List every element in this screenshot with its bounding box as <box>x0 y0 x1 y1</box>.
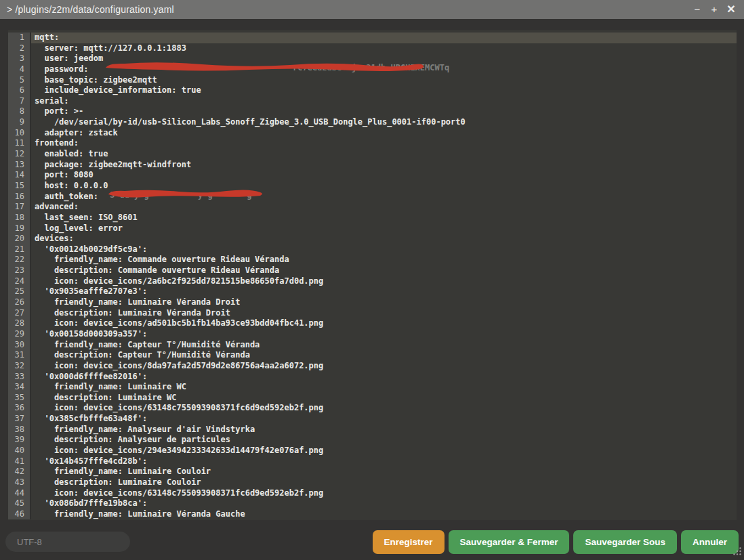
code-line[interactable]: 13 package: zigbee2mqtt-windfront <box>8 160 737 171</box>
code-line[interactable]: 20devices: <box>8 234 737 244</box>
code-line[interactable]: 7serial: <box>8 96 737 107</box>
code-text: icon: device_icons/ad501bc5b1fb14ba93ce9… <box>31 318 737 329</box>
line-number: 29 <box>8 329 31 340</box>
line-number: 16 <box>8 192 31 202</box>
code-line[interactable]: 45 '0x086bd7fffe19b8ca': <box>8 498 737 509</box>
line-number: 15 <box>8 181 31 192</box>
line-number: 34 <box>8 382 31 393</box>
code-editor[interactable]: 1mqtt:2 server: mqtt://127.0.0.1:18833 u… <box>8 30 737 520</box>
code-text: icon: device_icons/294e3494233342633d144… <box>31 446 737 456</box>
code-line[interactable]: 38 friendly_name: Analyseur d'air Vindst… <box>8 425 737 435</box>
code-text: '0x14b457fffe4cd28b': <box>31 456 737 467</box>
maximize-icon[interactable]: + <box>708 2 720 17</box>
save-as-button[interactable]: Sauvegarder Sous <box>573 530 677 554</box>
cancel-button[interactable]: Annuler <box>681 530 739 554</box>
window-controls: − + ✕ <box>691 2 737 17</box>
code-line[interactable]: 25 '0x9035eafffe2707e3': <box>8 286 737 297</box>
encoding-input[interactable] <box>5 532 130 552</box>
code-line[interactable]: 35 description: Luminaire WC <box>8 393 737 404</box>
close-icon[interactable]: ✕ <box>725 2 737 17</box>
code-line[interactable]: 5 base_topic: zigbee2mqtt <box>8 75 737 86</box>
code-line[interactable]: 32 icon: device_icons/8da97afa2d57d9d2e8… <box>8 361 737 372</box>
code-line[interactable]: 34 friendly_name: Luminaire WC <box>8 382 737 393</box>
editor-window: > /plugins/z2m/data/configuration.yaml −… <box>0 0 744 560</box>
code-line[interactable]: 29 '0x00158d000309a357': <box>8 329 737 340</box>
code-line[interactable]: 31 description: Capteur T°/Humidité Véra… <box>8 350 737 361</box>
code-text: server: mqtt://127.0.0.1:1883 <box>31 43 737 54</box>
code-text: port: >- <box>31 106 737 117</box>
line-number: 44 <box>8 488 31 499</box>
redaction-scribble-auth-token <box>104 188 266 199</box>
line-number: 38 <box>8 425 31 435</box>
code-line[interactable]: 21 '0x00124b0029df5c9a': <box>8 244 737 255</box>
code-line[interactable]: 12 enabled: true <box>8 149 737 160</box>
line-number: 20 <box>8 234 31 244</box>
code-line[interactable]: 14 port: 8080 <box>8 170 737 181</box>
code-text: description: Luminaire Véranda Droit <box>31 308 737 319</box>
line-number: 9 <box>8 117 31 128</box>
line-number: 35 <box>8 393 31 404</box>
code-line[interactable]: 42 friendly_name: Luminaire Couloir <box>8 467 737 477</box>
line-number: 18 <box>8 213 31 223</box>
code-line[interactable]: 26 friendly_name: Luminaire Véranda Droi… <box>8 297 737 308</box>
line-number: 41 <box>8 456 31 467</box>
code-text: /dev/serial/by-id/usb-Silicon_Labs_Sonof… <box>31 117 737 128</box>
code-line[interactable]: 33 '0x000d6ffffee82016': <box>8 372 737 383</box>
titlebar: > /plugins/z2m/data/configuration.yaml −… <box>0 0 744 19</box>
save-close-button[interactable]: Sauvegarder & Fermer <box>449 530 570 554</box>
minimize-icon[interactable]: − <box>691 2 703 17</box>
code-line[interactable]: 9 /dev/serial/by-id/usb-Silicon_Labs_Son… <box>8 117 737 128</box>
code-line[interactable]: 23 description: Commande ouverture Ridea… <box>8 265 737 276</box>
code-line[interactable]: 44 icon: device_icons/63148c755093908371… <box>8 488 737 499</box>
code-line[interactable]: 28 icon: device_icons/ad501bc5b1fb14ba93… <box>8 318 737 329</box>
line-number: 46 <box>8 509 31 520</box>
code-text: description: Luminaire WC <box>31 393 737 404</box>
code-line[interactable]: 6 include_device_information: true <box>8 85 737 96</box>
code-text: '0x9035eafffe2707e3': <box>31 286 737 297</box>
line-number: 36 <box>8 403 31 414</box>
code-line[interactable]: 2 server: mqtt://127.0.0.1:1883 <box>8 43 737 54</box>
code-line[interactable]: 19 log_level: error <box>8 223 737 234</box>
code-text: '0x00124b0029df5c9a': <box>31 244 737 255</box>
code-text: description: Commande ouverture Rideau V… <box>31 265 737 276</box>
line-number: 27 <box>8 308 31 319</box>
line-number: 17 <box>8 202 31 213</box>
line-number: 3 <box>8 53 31 64</box>
code-line[interactable]: 18 last_seen: ISO_8601 <box>8 213 737 223</box>
line-number: 4 <box>8 64 31 75</box>
line-number: 40 <box>8 446 31 456</box>
code-text: devices: <box>31 234 737 244</box>
code-text: port: 8080 <box>31 170 737 181</box>
line-number: 39 <box>8 435 31 446</box>
code-line[interactable]: 43 description: Luminaire Couloir <box>8 477 737 488</box>
code-line[interactable]: 46 friendly_name: Luminaire Véranda Gauc… <box>8 509 737 520</box>
line-number: 10 <box>8 128 31 139</box>
code-text: '0x000d6ffffee82016': <box>31 372 737 383</box>
code-line[interactable]: 36 icon: device_icons/63148c755093908371… <box>8 403 737 414</box>
code-line[interactable]: 27 description: Luminaire Véranda Droit <box>8 308 737 319</box>
save-button[interactable]: Enregistrer <box>373 530 445 554</box>
code-line[interactable]: 10 adapter: zstack <box>8 128 737 139</box>
code-line[interactable]: 30 friendly_name: Capteur T°/Humidité Vé… <box>8 340 737 351</box>
line-number: 6 <box>8 85 31 96</box>
line-number: 22 <box>8 255 31 265</box>
window-title: > /plugins/z2m/data/configuration.yaml <box>7 4 174 15</box>
redaction-scribble-password <box>100 60 426 72</box>
code-line[interactable]: 8 port: >- <box>8 106 737 117</box>
code-line[interactable]: 17advanced: <box>8 202 737 213</box>
code-line[interactable]: 22 friendly_name: Commande ouverture Rid… <box>8 255 737 265</box>
line-number: 30 <box>8 340 31 351</box>
action-buttons: Enregistrer Sauvegarder & Fermer Sauvega… <box>373 530 739 554</box>
code-line[interactable]: 1mqtt: <box>8 33 737 43</box>
code-line[interactable]: 11frontend: <box>8 138 737 149</box>
line-number: 5 <box>8 75 31 86</box>
code-line[interactable]: 40 icon: device_icons/294e3494233342633d… <box>8 446 737 456</box>
resize-grip-icon[interactable] <box>732 546 742 556</box>
line-number: 28 <box>8 318 31 329</box>
code-line[interactable]: 41 '0x14b457fffe4cd28b': <box>8 456 737 467</box>
code-line[interactable]: 24 icon: device_icons/2a6bc2f925dd782151… <box>8 276 737 287</box>
code-text: friendly_name: Luminaire Véranda Gauche <box>31 509 737 520</box>
code-line[interactable]: 39 description: Analyseur de particules <box>8 435 737 446</box>
code-line[interactable]: 37 '0x385cfbfffe63a48f': <box>8 414 737 425</box>
line-number: 7 <box>8 96 31 107</box>
